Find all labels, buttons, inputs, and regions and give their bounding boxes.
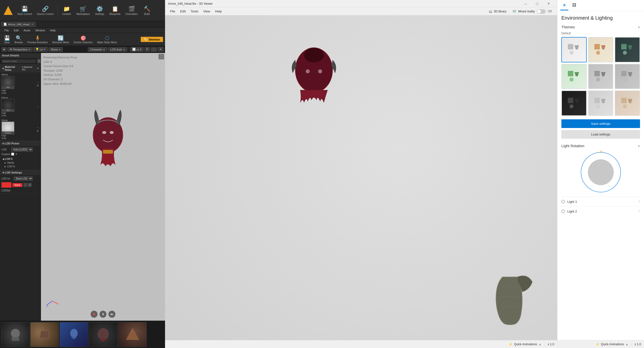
viewer-menu-help[interactable]: Help <box>213 10 224 13</box>
svg-rect-37 <box>594 98 600 103</box>
mat-refresh-3[interactable]: ↺ <box>36 129 39 133</box>
search-detail-input[interactable] <box>2 59 36 63</box>
asset-browse-btn[interactable]: 🔍 Browse <box>13 34 25 45</box>
lod-0-header[interactable]: ◀ LOD 0 <box>2 157 39 161</box>
lod-refresh[interactable]: ↺ <box>28 183 32 187</box>
material-slots-header[interactable]: ◀ Material Slots 3 Material Slo + <box>0 64 41 72</box>
save-current-btn[interactable]: 💾 Save Current <box>16 2 34 19</box>
mat-arrow-right-1[interactable]: → <box>36 81 39 84</box>
theme-2[interactable] <box>588 37 614 62</box>
load-settings-btn[interactable]: Load settings <box>561 130 640 139</box>
3d-library-btn[interactable]: 🗂 3D library <box>486 10 509 14</box>
themes-section-header[interactable]: Themes ∨ <box>561 25 640 29</box>
thumbnail-5[interactable] <box>118 322 147 347</box>
svg-marker-32 <box>628 72 632 76</box>
settings-btn[interactable]: ⚙️ Settings <box>93 2 106 19</box>
marketplace-btn[interactable]: 🛒 Marketplace <box>74 2 92 19</box>
lod-arrow-left[interactable]: ← <box>23 183 27 187</box>
theme-7[interactable] <box>561 90 587 116</box>
make-static-mesh-btn[interactable]: ⬡ Make Static Mesh <box>95 34 119 45</box>
lod-custom-checkbox[interactable] <box>11 153 14 156</box>
mat-arrow-right-2[interactable]: → <box>36 105 39 108</box>
light-2-expand[interactable]: 〈 <box>636 209 640 214</box>
playback-pause-btn[interactable]: ⏸ <box>100 311 106 318</box>
viewer-menu-file[interactable]: File <box>168 10 177 13</box>
thumbnail-1[interactable] <box>1 322 30 347</box>
character-btn[interactable]: Character ▼ <box>88 47 107 52</box>
light-2-item[interactable]: Light 2 〈 <box>561 206 640 216</box>
lod-auto-btn[interactable]: LOD Auto ▼ <box>108 47 128 52</box>
save-settings-btn[interactable]: Save settings <box>561 119 640 128</box>
reimport-btn[interactable]: 🔄 Reimport Mesh <box>50 34 71 45</box>
light-rotation-header[interactable]: Light Rotation ∨ <box>561 144 640 148</box>
menu-edit[interactable]: Edit <box>12 28 21 32</box>
ue-logo <box>2 4 14 18</box>
mixed-reality-toggle[interactable]: 🥽 Mixed reality Off <box>510 9 554 14</box>
expand-viewport-btn[interactable]: ⛶ <box>158 54 164 59</box>
blueprints-btn[interactable]: 📋 Blueprints <box>108 2 122 19</box>
svg-marker-29 <box>601 72 606 76</box>
lod-settings-header[interactable]: ◀ LOD Settings <box>0 170 41 175</box>
source-control-btn[interactable]: 🔗 Source Control <box>35 2 56 19</box>
theme-1[interactable] <box>561 37 587 62</box>
menu-help[interactable]: Help <box>48 28 58 32</box>
list-view-btn[interactable]: ☰ <box>37 59 41 63</box>
menu-asset[interactable]: Asset <box>21 28 33 32</box>
svg-marker-41 <box>628 99 632 103</box>
preview-animation-btn[interactable]: 🧍 Preview Animation <box>25 34 50 45</box>
light-1-item[interactable]: Light 1 〈 <box>561 197 640 206</box>
light-1-expand[interactable]: 〈 <box>636 199 640 204</box>
lod-section-item[interactable]: ▶ Sectio <box>2 161 39 164</box>
theme-9[interactable] <box>615 90 640 116</box>
theme-8[interactable] <box>588 90 614 116</box>
menu-window[interactable]: Window <box>33 28 48 32</box>
asset-tab[interactable]: 📄 Armor_048_Head ✕ <box>1 22 36 27</box>
zoom-btn[interactable]: ⬜ x1.0 <box>130 47 144 52</box>
env-quick-anim-btn[interactable]: ⚡ Quick Animations ▲ <box>596 342 628 346</box>
env-camera-btn[interactable]: 🖼 <box>570 1 578 11</box>
cinematics-btn[interactable]: 🎬 Cinematics <box>124 2 140 19</box>
light-2-label: Light 2 <box>567 210 636 213</box>
viewer-menu-view[interactable]: View <box>201 10 212 13</box>
viewer-menu-edit[interactable]: Edit <box>178 10 188 13</box>
env-sun-btn[interactable]: ☀ <box>560 1 568 11</box>
viewport-dropdown-arrow[interactable]: ▼ <box>2 47 7 52</box>
section-selection-btn[interactable]: 🎯 Section Selection <box>72 34 94 45</box>
lod-in-item[interactable]: ▶ LOD In <box>2 164 39 168</box>
asset-save-btn[interactable]: 💾 Save <box>2 34 12 45</box>
theme-5[interactable] <box>588 64 614 89</box>
mat-arrow-right-3[interactable]: → <box>36 126 39 129</box>
thumbnail-3[interactable] <box>60 322 88 347</box>
thumbnail-4[interactable] <box>89 322 118 347</box>
build-btn[interactable]: 🔨 Build <box>141 2 153 19</box>
menu-file[interactable]: File <box>2 28 12 32</box>
quick-animations-btn[interactable]: ⚡ Quick Animations ▲ <box>509 342 542 346</box>
thumbnail-2[interactable] <box>30 322 59 347</box>
viewer-close-btn[interactable]: ✕ <box>543 0 554 8</box>
maximize-viewport-btn[interactable]: ⛶ <box>151 47 157 52</box>
viewer-model-bottom <box>483 272 537 328</box>
lod-im-select[interactable]: Base LOD <box>14 177 33 181</box>
playback-next-btn[interactable]: ⏭ <box>108 311 116 318</box>
light-rotation-dial[interactable]: ☀ <box>578 150 623 195</box>
theme-4[interactable] <box>561 64 587 89</box>
light-1-label: Light 1 <box>567 200 636 204</box>
perspective-btn[interactable]: 👁 Perspective ▼ <box>8 47 32 52</box>
viewer-viewport <box>165 16 557 340</box>
lod-picker-header[interactable]: ◀ LOD Picker <box>0 141 41 146</box>
lod-select[interactable]: Auto (LOD0) <box>11 147 33 152</box>
viewer-minimize-btn[interactable]: — <box>520 0 531 8</box>
viewer-menu-tools[interactable]: Tools <box>188 10 200 13</box>
add-material-btn[interactable]: + <box>37 67 39 70</box>
rotate-btn[interactable]: ↻ <box>144 47 150 52</box>
mat-refresh-1[interactable]: ↺ <box>36 84 39 87</box>
theme-6[interactable] <box>615 64 640 89</box>
content-btn[interactable]: 📁 Content <box>60 2 74 19</box>
viewer-maximize-btn[interactable]: ⬜ <box>531 0 543 8</box>
theme-3[interactable] <box>615 37 640 62</box>
viewport-close-btn[interactable]: ✕ <box>158 47 164 52</box>
playback-record-btn[interactable]: ⏺ <box>90 311 98 318</box>
lit-btn[interactable]: 💡 Lit ▼ <box>33 47 48 52</box>
show-btn[interactable]: Show ▼ <box>49 47 63 52</box>
close-tab-icon[interactable]: ✕ <box>32 23 34 26</box>
